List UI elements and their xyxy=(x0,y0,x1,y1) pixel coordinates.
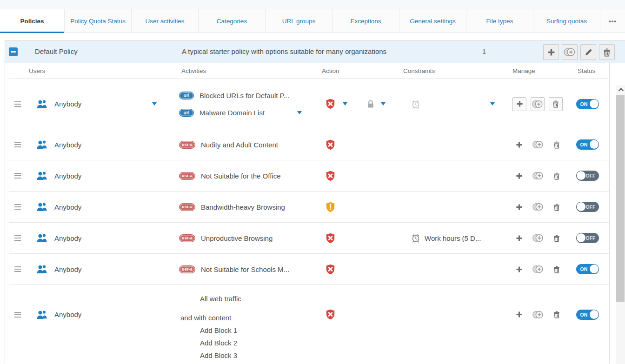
users-value[interactable]: Anybody xyxy=(54,265,81,273)
policy-actions xyxy=(543,44,615,60)
warn-shield-icon[interactable] xyxy=(326,202,335,212)
clone-rule-icon[interactable] xyxy=(532,265,545,274)
table-row: Anybody usr-a Bandwidth-heavy Browsing xyxy=(9,191,609,222)
add-button[interactable] xyxy=(543,44,559,60)
drag-handle-icon[interactable] xyxy=(14,314,21,315)
drag-handle-icon[interactable] xyxy=(14,104,21,105)
add-rule-button[interactable] xyxy=(512,97,526,111)
block-shield-icon[interactable] xyxy=(326,233,335,244)
edit-button[interactable] xyxy=(580,44,596,60)
clone-rule-button[interactable] xyxy=(531,97,545,111)
delete-button[interactable] xyxy=(599,44,615,60)
collapse-minus-icon[interactable] xyxy=(9,47,18,56)
status-toggle[interactable]: ON xyxy=(576,139,599,150)
plus-icon xyxy=(547,48,555,56)
add-rule-icon[interactable] xyxy=(516,141,523,148)
users-value[interactable]: Anybody xyxy=(54,141,81,149)
clone-button[interactable] xyxy=(562,44,578,60)
tab-general-settings[interactable]: General settings xyxy=(399,9,466,33)
tab-surfing-quotas[interactable]: Surfing quotas xyxy=(533,9,600,33)
activity-label[interactable]: Blocked URLs for Default P... xyxy=(199,92,289,99)
activity-label[interactable]: Malware Domain List xyxy=(199,109,265,117)
activity-label[interactable]: Unproductive Browsing xyxy=(201,234,273,242)
activity-label[interactable]: Not Suitable for the Office xyxy=(201,172,280,180)
content-item[interactable]: Add Block 2 xyxy=(200,339,317,347)
status-toggle[interactable]: ON xyxy=(576,99,599,109)
delete-rule-icon[interactable] xyxy=(553,234,560,242)
status-toggle[interactable]: OFF xyxy=(576,202,599,212)
table-row: Anybody usr-a Nudity and Adult Content xyxy=(9,129,609,160)
policy-title: Default Policy xyxy=(35,47,78,55)
chevron-down-icon[interactable] xyxy=(381,102,386,106)
add-rule-icon[interactable] xyxy=(516,204,523,211)
users-value[interactable]: Anybody xyxy=(54,311,81,318)
constraint-value[interactable]: Work hours (5 D... xyxy=(425,234,481,242)
users-icon xyxy=(36,202,48,212)
add-rule-icon[interactable] xyxy=(516,235,523,242)
clone-rule-icon[interactable] xyxy=(532,140,545,149)
tab-policies[interactable]: Policies xyxy=(0,9,65,33)
chevron-down-icon[interactable] xyxy=(490,102,495,106)
chevron-down-icon[interactable] xyxy=(152,102,157,106)
tab-exceptions[interactable]: Exceptions xyxy=(332,9,399,33)
clone-rule-icon[interactable] xyxy=(532,202,545,212)
activity-label[interactable]: Nudity and Adult Content xyxy=(201,141,278,149)
delete-rule-icon[interactable] xyxy=(553,141,560,149)
block-shield-icon[interactable] xyxy=(326,264,335,275)
users-icon xyxy=(36,140,48,149)
header-activities: Activities xyxy=(177,67,317,74)
drag-handle-icon[interactable] xyxy=(14,175,21,176)
delete-rule-button[interactable] xyxy=(549,97,563,111)
tab-file-types[interactable]: File types xyxy=(466,9,533,33)
drag-handle-icon[interactable] xyxy=(14,238,21,238)
delete-rule-icon[interactable] xyxy=(553,172,560,180)
tab-categories[interactable]: Categories xyxy=(199,9,266,33)
content-item[interactable]: Add Block 3 xyxy=(200,352,317,359)
scroll-up-icon[interactable] xyxy=(616,86,625,95)
users-value[interactable]: Anybody xyxy=(54,172,81,180)
table-row: Anybody usr-a Not Suitable for the Offic… xyxy=(9,160,609,191)
delete-rule-icon[interactable] xyxy=(553,265,560,273)
users-value[interactable]: Anybody xyxy=(54,234,81,242)
users-value[interactable]: Anybody xyxy=(54,203,81,211)
drag-handle-icon[interactable] xyxy=(14,144,21,145)
tab-policy-quota-status[interactable]: Policy Quota Status xyxy=(65,9,132,33)
user-activity-badge: usr-a xyxy=(179,203,195,211)
activity-label[interactable]: Bandwidth-heavy Browsing xyxy=(201,203,285,211)
block-shield-icon[interactable] xyxy=(326,99,335,109)
clone-rule-icon[interactable] xyxy=(532,171,545,180)
alarm-clock-icon[interactable] xyxy=(411,99,420,109)
url-badge: url xyxy=(179,109,194,117)
users-value[interactable]: Anybody xyxy=(54,100,81,108)
chevron-down-icon[interactable] xyxy=(343,102,347,106)
clone-rule-icon[interactable] xyxy=(532,310,545,319)
add-rule-icon[interactable] xyxy=(516,311,523,318)
delete-rule-icon[interactable] xyxy=(553,311,560,318)
drag-handle-icon[interactable] xyxy=(14,269,21,270)
activity-label[interactable]: Not Suitable for Schools M... xyxy=(201,265,289,273)
delete-rule-icon[interactable] xyxy=(553,203,560,211)
tab-url-groups[interactable]: URL groups xyxy=(266,9,332,33)
table-row: Anybody All web traffic and with content… xyxy=(9,285,609,364)
status-toggle[interactable]: OFF xyxy=(576,233,599,243)
block-shield-icon[interactable] xyxy=(326,171,335,181)
toggle-knob xyxy=(577,171,585,180)
more-tabs-ellipsis-icon[interactable]: ••• xyxy=(600,9,625,33)
lock-icon[interactable] xyxy=(366,99,375,108)
scrollbar-thumb[interactable] xyxy=(616,95,625,302)
vertical-scrollbar[interactable] xyxy=(616,86,625,364)
block-shield-icon[interactable] xyxy=(326,139,335,150)
add-rule-icon[interactable] xyxy=(516,172,523,179)
chevron-down-icon[interactable] xyxy=(297,111,302,114)
status-toggle[interactable]: ON xyxy=(576,310,599,320)
header-users: Users xyxy=(26,67,177,74)
add-rule-icon[interactable] xyxy=(516,266,523,273)
clone-icon xyxy=(563,47,577,57)
status-toggle[interactable]: OFF xyxy=(576,171,599,181)
tab-user-activities[interactable]: User activities xyxy=(132,9,199,33)
clone-rule-icon[interactable] xyxy=(532,233,545,243)
status-toggle[interactable]: ON xyxy=(576,264,599,274)
content-item[interactable]: Add Block 1 xyxy=(200,327,317,334)
block-shield-icon[interactable] xyxy=(326,309,335,320)
drag-handle-icon[interactable] xyxy=(14,206,21,207)
